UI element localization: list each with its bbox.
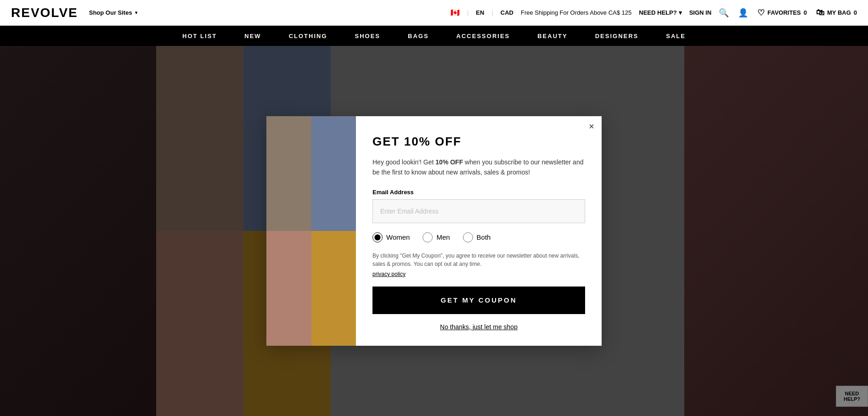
modal-images: [266, 116, 356, 346]
nav-item-new[interactable]: NEW: [244, 33, 261, 39]
nav-item-beauty[interactable]: BEAUTY: [537, 33, 567, 39]
close-icon: ×: [589, 121, 594, 131]
radio-label-both: Both: [477, 233, 491, 241]
currency-selector[interactable]: CAD: [501, 9, 513, 16]
get-coupon-button[interactable]: GET MY COUPON: [372, 287, 585, 314]
shop-sites-button[interactable]: Shop Our Sites ▾: [89, 9, 137, 16]
modal-image-1: [266, 116, 311, 231]
modal-overlay: × GET 10% OFF Hey good lookin'! Get 10% …: [0, 46, 868, 416]
radio-input-men[interactable]: [423, 232, 433, 242]
modal-title: GET 10% OFF: [372, 135, 585, 149]
favorites-button[interactable]: ♡ FAVORITES 0: [757, 8, 807, 18]
bag-button[interactable]: 🛍 MY BAG 0: [816, 8, 857, 17]
nav-item-shoes[interactable]: SHOES: [355, 33, 381, 39]
nav-item-hotlist[interactable]: HOT LIST: [182, 33, 217, 39]
nav-item-accessories[interactable]: ACCESSORIES: [457, 33, 510, 39]
radio-women[interactable]: Women: [372, 232, 410, 242]
modal-image-2: [311, 116, 356, 231]
nav-item-sale[interactable]: SALE: [666, 33, 686, 39]
modal-description: Hey good lookin'! Get 10% OFF when you s…: [372, 157, 585, 178]
radio-label-women: Women: [386, 233, 410, 241]
chevron-down-icon: ▾: [679, 9, 682, 16]
no-thanks-button[interactable]: No thanks, just let me shop: [372, 323, 585, 331]
modal-image-4: [311, 231, 356, 346]
language-selector[interactable]: EN: [476, 9, 484, 16]
radio-input-women[interactable]: [372, 232, 383, 242]
need-help-button[interactable]: NEED HELP? ▾: [639, 9, 682, 16]
heart-icon: ♡: [757, 8, 765, 18]
nav-item-bags[interactable]: BAGS: [408, 33, 429, 39]
terms-text: By clicking "Get My Coupon", you agree t…: [372, 252, 585, 268]
nav-item-designers[interactable]: DESIGNERS: [595, 33, 639, 39]
separator: |: [491, 9, 493, 16]
logo[interactable]: REVOLVE: [11, 6, 78, 20]
search-icon[interactable]: 🔍: [719, 8, 729, 18]
privacy-policy-link[interactable]: privacy policy: [372, 271, 585, 277]
radio-label-men: Men: [436, 233, 450, 241]
modal-close-button[interactable]: ×: [589, 122, 594, 131]
email-label: Email Address: [372, 189, 585, 196]
bag-icon: 🛍: [816, 8, 824, 17]
radio-both[interactable]: Both: [463, 232, 491, 242]
radio-men[interactable]: Men: [423, 232, 450, 242]
shipping-message: Free Shipping For Orders Above CA$ 125: [521, 9, 631, 16]
email-input[interactable]: [372, 199, 585, 223]
modal-content-area: × GET 10% OFF Hey good lookin'! Get 10% …: [356, 116, 602, 346]
signup-modal: × GET 10% OFF Hey good lookin'! Get 10% …: [266, 116, 602, 346]
nav-item-clothing[interactable]: CLOTHING: [289, 33, 327, 39]
chevron-down-icon: ▾: [135, 10, 137, 15]
site-header: REVOLVE Shop Our Sites ▾ 🇨🇦 | EN | CAD F…: [0, 0, 868, 46]
main-nav: HOT LIST NEW CLOTHING SHOES BAGS ACCESSO…: [0, 26, 868, 46]
sign-in-button[interactable]: SIGN IN: [689, 9, 711, 16]
gender-radio-group: Women Men Both: [372, 232, 585, 242]
page-background: × GET 10% OFF Hey good lookin'! Get 10% …: [0, 46, 868, 416]
account-icon[interactable]: 👤: [738, 8, 748, 18]
separator: |: [467, 9, 468, 16]
modal-image-3: [266, 231, 311, 346]
flag-icon: 🇨🇦: [451, 8, 460, 17]
radio-input-both[interactable]: [463, 232, 473, 242]
